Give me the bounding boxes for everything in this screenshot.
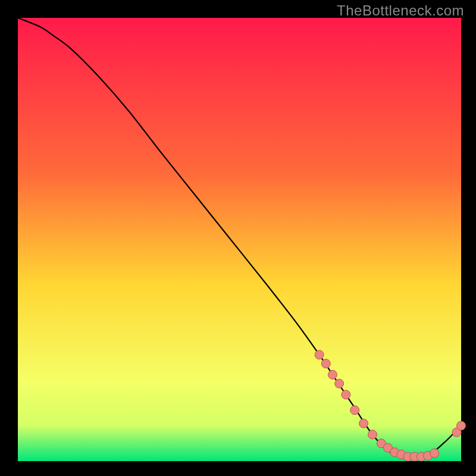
sample-dot (368, 430, 377, 439)
sample-dot (315, 350, 324, 359)
sample-dot (350, 406, 359, 415)
sample-dot (335, 379, 344, 388)
bottleneck-chart (0, 0, 476, 476)
sample-dot (328, 370, 337, 379)
plot-area (18, 18, 461, 461)
sample-dot (430, 449, 439, 458)
sample-dot (457, 421, 466, 430)
sample-dot (321, 359, 330, 368)
watermark-text: TheBottleneck.com (337, 2, 464, 19)
sample-dot (342, 390, 350, 399)
sample-dot (359, 419, 368, 428)
chart-frame: { "watermark": "TheBottleneck.com", "col… (0, 0, 476, 476)
